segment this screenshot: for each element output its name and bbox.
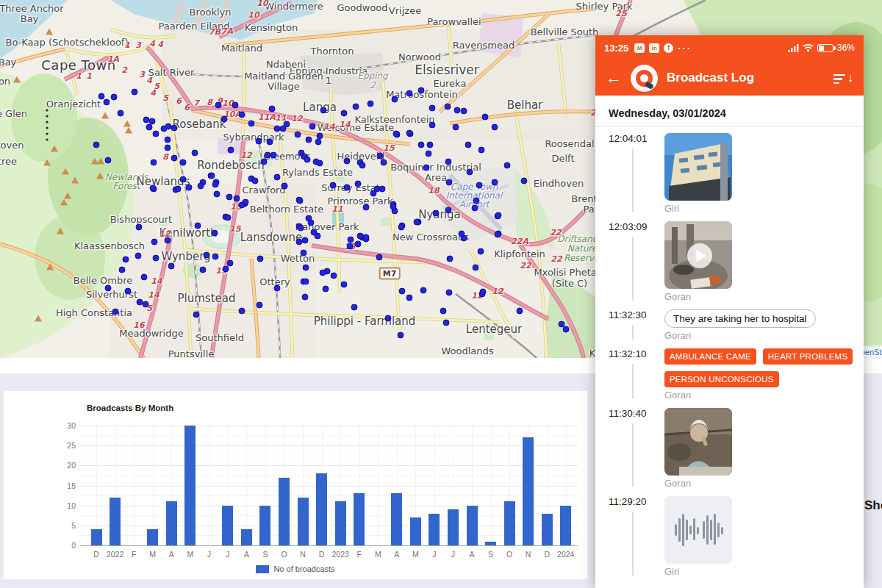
broadcast-location-dot[interactable] [168, 263, 175, 270]
broadcast-location-dot[interactable] [304, 157, 311, 163]
broadcast-location-dot[interactable] [446, 290, 453, 296]
broadcast-location-dot[interactable] [239, 308, 245, 315]
broadcast-location-dot[interactable] [175, 186, 182, 193]
broadcast-location-dot[interactable] [385, 315, 392, 322]
image-thumbnail[interactable] [664, 408, 732, 476]
broadcast-location-dot[interactable] [453, 124, 459, 131]
broadcast-location-dot[interactable] [302, 237, 309, 244]
broadcast-location-dot[interactable] [406, 90, 413, 97]
broadcast-location-dot[interactable] [274, 174, 281, 181]
broadcast-location-dot[interactable] [215, 102, 222, 109]
broadcast-location-dot[interactable] [331, 273, 337, 279]
broadcast-location-dot[interactable] [445, 159, 452, 165]
broadcast-location-dot[interactable] [146, 124, 153, 131]
broadcast-location-dot[interactable] [200, 267, 207, 273]
broadcast-location-dot[interactable] [214, 191, 220, 198]
broadcast-location-dot[interactable] [418, 142, 425, 148]
broadcast-location-dot[interactable] [454, 107, 461, 114]
broadcast-location-dot[interactable] [269, 106, 276, 112]
broadcast-location-dot[interactable] [443, 320, 450, 326]
broadcast-location-dot[interactable] [420, 287, 427, 294]
broadcast-location-dot[interactable] [390, 204, 397, 210]
image-thumbnail[interactable] [664, 133, 732, 201]
broadcast-location-dot[interactable] [459, 231, 465, 237]
broadcast-location-dot[interactable] [341, 282, 348, 288]
broadcast-location-dot[interactable] [297, 198, 304, 204]
broadcast-location-dot[interactable] [381, 159, 387, 166]
broadcast-location-dot[interactable] [234, 196, 240, 202]
broadcast-location-dot[interactable] [445, 104, 451, 110]
broadcast-location-dot[interactable] [212, 230, 218, 237]
broadcast-location-dot[interactable] [151, 159, 157, 166]
broadcast-location-dot[interactable] [445, 207, 452, 214]
broadcast-location-dot[interactable] [482, 114, 489, 121]
broadcast-location-dot[interactable] [204, 252, 210, 259]
broadcast-location-dot[interactable] [393, 131, 400, 137]
broadcast-location-dot[interactable] [320, 270, 326, 276]
broadcast-location-dot[interactable] [136, 224, 143, 231]
broadcast-location-dot[interactable] [392, 96, 398, 103]
broadcast-location-dot[interactable] [239, 112, 245, 118]
broadcast-location-dot[interactable] [212, 182, 219, 188]
broadcast-location-dot[interactable] [406, 130, 413, 137]
broadcast-location-dot[interactable] [165, 137, 171, 143]
broadcast-location-dot[interactable] [495, 232, 501, 238]
broadcast-location-dot[interactable] [368, 101, 374, 107]
broadcast-location-dot[interactable] [306, 137, 312, 143]
broadcast-location-dot[interactable] [93, 142, 100, 148]
broadcast-location-dot[interactable] [180, 176, 187, 183]
back-button[interactable]: ← [606, 70, 622, 86]
broadcast-location-dot[interactable] [480, 289, 487, 295]
broadcast-location-dot[interactable] [119, 267, 126, 273]
broadcast-location-dot[interactable] [248, 121, 255, 127]
broadcast-location-dot[interactable] [426, 151, 432, 157]
broadcast-location-dot[interactable] [165, 237, 171, 244]
broadcast-location-dot[interactable] [180, 159, 187, 166]
broadcast-location-dot[interactable] [150, 185, 157, 192]
broadcast-location-dot[interactable] [478, 248, 484, 255]
broadcast-location-dot[interactable] [414, 219, 420, 226]
broadcast-location-dot[interactable] [467, 169, 473, 176]
broadcast-location-dot[interactable] [418, 87, 425, 94]
broadcast-location-dot[interactable] [376, 254, 383, 261]
broadcast-location-dot[interactable] [141, 274, 148, 281]
broadcast-location-dot[interactable] [193, 312, 200, 318]
broadcast-location-dot[interactable] [105, 157, 112, 164]
broadcast-location-dot[interactable] [192, 150, 198, 157]
broadcast-location-dot[interactable] [478, 147, 485, 154]
broadcast-location-dot[interactable] [296, 239, 303, 245]
broadcast-location-dot[interactable] [228, 147, 234, 154]
broadcast-location-dot[interactable] [303, 265, 309, 271]
broadcast-location-dot[interactable] [195, 223, 201, 229]
broadcast-location-dot[interactable] [355, 241, 362, 248]
broadcast-location-dot[interactable] [280, 126, 287, 132]
broadcast-location-dot[interactable] [429, 122, 436, 129]
broadcast-location-dot[interactable] [472, 205, 478, 212]
broadcast-location-dot[interactable] [379, 186, 386, 193]
broadcast-location-dot[interactable] [295, 132, 301, 138]
broadcast-location-dot[interactable] [495, 212, 502, 219]
broadcast-location-dot[interactable] [563, 326, 570, 333]
broadcast-location-dot[interactable] [461, 108, 467, 115]
broadcast-location-dot[interactable] [111, 94, 118, 101]
broadcast-location-dot[interactable] [225, 215, 232, 221]
broadcast-location-dot[interactable] [355, 181, 362, 187]
broadcast-location-dot[interactable] [98, 93, 105, 100]
broadcast-location-dot[interactable] [198, 183, 204, 190]
broadcast-location-dot[interactable] [521, 178, 528, 184]
broadcast-location-dot[interactable] [315, 139, 322, 146]
broadcast-location-dot[interactable] [341, 110, 348, 117]
broadcast-location-dot[interactable] [261, 159, 268, 165]
broadcast-location-dot[interactable] [344, 158, 351, 165]
broadcast-location-dot[interactable] [320, 107, 327, 114]
broadcast-location-dot[interactable] [232, 102, 239, 109]
broadcast-location-dot[interactable] [123, 257, 129, 263]
broadcast-location-dot[interactable] [165, 145, 171, 151]
broadcast-location-dot[interactable] [359, 162, 366, 169]
broadcast-location-dot[interactable] [317, 160, 323, 167]
broadcast-location-dot[interactable] [256, 138, 262, 145]
broadcast-location-dot[interactable] [274, 285, 281, 292]
broadcast-location-dot[interactable] [399, 288, 406, 295]
broadcast-location-dot[interactable] [446, 179, 453, 186]
broadcast-location-dot[interactable] [492, 124, 498, 131]
